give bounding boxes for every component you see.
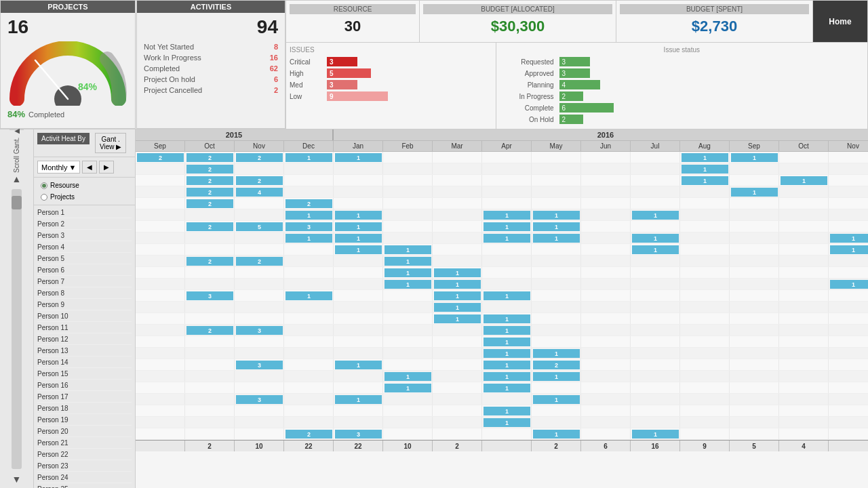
gantt-bar: 1 <box>632 211 679 220</box>
gantt-cell <box>631 313 680 324</box>
gantt-cell <box>631 325 680 336</box>
completed-text: 84% Completed <box>1 106 135 123</box>
gantt-cell <box>631 359 680 370</box>
gantt-cell <box>185 394 235 405</box>
scroll-gant-button[interactable]: ◀ <box>82 161 97 174</box>
gantt-left: Scroll Gant. ▶ ▲ ▼ <box>0 129 34 488</box>
gantt-bar: 1 <box>830 245 868 254</box>
gantt-cell <box>680 428 730 439</box>
gantt-cell <box>779 256 829 266</box>
projects-radio[interactable]: Projects <box>37 191 132 203</box>
activity-heat-button[interactable]: Activit Heat By <box>37 133 90 144</box>
gantt-cell <box>581 336 631 347</box>
gantt-cell <box>829 152 868 163</box>
budget-alloc-panel: BUDGET [ALLOCATED] $30,300 <box>420 1 616 42</box>
home-button[interactable]: Home <box>813 1 867 42</box>
gantt-cell <box>482 198 532 209</box>
gantt-cell <box>829 221 868 232</box>
gantt-cell <box>235 348 284 359</box>
gantt-cell <box>680 336 730 347</box>
gantt-cell <box>631 256 680 266</box>
gantt-cell <box>284 244 334 255</box>
scroll-team-button[interactable]: Scroll Gant. ▶ <box>9 129 24 170</box>
gantt-bar: 3 <box>335 430 382 439</box>
gantt-cell <box>235 209 284 220</box>
total-cell: 10 <box>383 441 433 451</box>
month-cell: Apr <box>482 141 532 151</box>
gantt-cell <box>779 371 829 382</box>
gantt-bar: 1 <box>484 349 530 358</box>
gantt-bar: 5 <box>236 222 283 231</box>
gantt-chart[interactable]: 20152016SepOctNovDecJanFebMarAprMayJunJu… <box>136 129 868 488</box>
issue-row: Critical3 <box>290 57 492 66</box>
gantt-cell <box>581 198 631 209</box>
scroll-right-icon: ▶ <box>104 163 109 171</box>
monthly-dropdown[interactable]: Monthly ▼ <box>37 161 80 174</box>
gantt-cell <box>433 359 482 370</box>
gantt-bar: 1 <box>484 326 530 335</box>
gantt-cell <box>284 336 334 347</box>
gantt-bar: 1 <box>682 176 728 185</box>
gantt-cell <box>779 428 829 439</box>
resource-radio-button[interactable] <box>41 182 47 189</box>
gantt-bar: 1 <box>731 188 778 197</box>
person-row: Person 13 <box>37 345 132 357</box>
scroll-gant-right-button[interactable]: ▶ <box>99 161 114 174</box>
gantt-cell <box>136 209 185 220</box>
scroll-down-button[interactable]: ▼ <box>9 470 25 488</box>
gantt-bar: 1 <box>632 234 679 243</box>
gantt-cell <box>185 232 235 243</box>
person-row: Person 12 <box>37 333 132 345</box>
gantt-cell <box>185 279 235 289</box>
gantt-cell <box>680 325 730 336</box>
gantt-cell <box>284 382 334 393</box>
gantt-cell <box>779 244 829 255</box>
gantt-cell <box>779 348 829 359</box>
gantt-cell <box>829 186 868 197</box>
gantt-cell <box>730 209 779 220</box>
gantt-cell <box>136 382 185 393</box>
gant-view-label: Gant .View ▶ <box>100 136 121 150</box>
gantt-cell <box>779 279 829 289</box>
gantt-cell <box>136 394 185 405</box>
gantt-cell <box>433 428 482 439</box>
gantt-cell <box>185 428 235 439</box>
gantt-cell <box>532 267 581 278</box>
gantt-cell <box>334 256 383 266</box>
gantt-row: 11 <box>136 313 868 325</box>
gantt-cell <box>631 279 680 289</box>
gantt-row: 21 <box>136 163 868 175</box>
projects-header: PROJECTS <box>1 1 135 13</box>
gantt-cell <box>136 359 185 370</box>
gantt-cell <box>581 279 631 289</box>
gantt-cell <box>581 244 631 255</box>
gantt-cell <box>235 382 284 393</box>
issue-status-row: On Hold2 <box>500 115 864 124</box>
projects-radio-button[interactable] <box>41 194 47 201</box>
person-row: Person 24 <box>37 472 132 483</box>
gantt-row: 111 <box>136 279 868 290</box>
gantt-row: 241 <box>136 186 868 198</box>
gantt-cell <box>730 244 779 255</box>
activities-panel: ACTIVITIES 94 Not Yet Started8Work In Pr… <box>136 0 285 129</box>
gantt-bar: 1 <box>285 291 332 300</box>
gantt-cell <box>730 428 779 439</box>
gantt-cell <box>433 405 482 416</box>
resource-radio[interactable]: Resourse <box>37 180 132 191</box>
gant-view-button[interactable]: Gant .View ▶ <box>95 133 126 153</box>
activities-count: 94 <box>137 13 285 41</box>
person-row: Person 14 <box>37 357 132 368</box>
gantt-cell <box>829 371 868 382</box>
gantt-cell <box>532 382 581 393</box>
gantt-cell <box>680 244 730 255</box>
gantt-cell <box>136 232 185 243</box>
scroll-bar[interactable] <box>12 189 22 469</box>
gantt-cell <box>680 209 730 220</box>
year-2015: 2015 <box>136 129 334 140</box>
month-cell: May <box>532 141 581 151</box>
total-cell: 22 <box>284 441 334 451</box>
gantt-cell <box>829 359 868 370</box>
activity-row: Project Cancelled2 <box>137 85 285 96</box>
gantt-cell <box>581 256 631 266</box>
scroll-up-button[interactable]: ▲ <box>9 170 25 188</box>
